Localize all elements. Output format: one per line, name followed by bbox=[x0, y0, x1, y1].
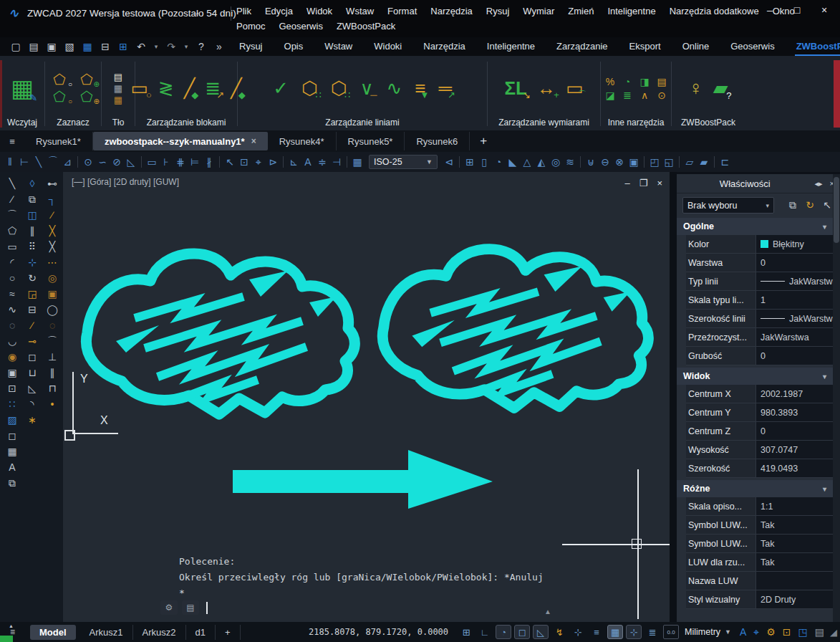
tool-icon[interactable]: ◌ bbox=[4, 320, 21, 331]
ribbon-tool-icon[interactable]: % bbox=[603, 77, 618, 87]
resize-grip-icon[interactable]: ◢ bbox=[830, 627, 837, 638]
toolbar-icon[interactable]: ⊾ bbox=[286, 156, 301, 168]
qat-icon[interactable]: ⊞ bbox=[117, 41, 129, 52]
property-value[interactable]: Tak bbox=[755, 535, 833, 552]
toolbar-icon[interactable]: ◣ bbox=[506, 156, 520, 168]
toolbar-icon[interactable] bbox=[580, 156, 581, 168]
layout-tab[interactable]: Model bbox=[30, 625, 76, 640]
status-toggle[interactable]: ▦ bbox=[607, 625, 623, 639]
property-value[interactable]: 2D Druty bbox=[755, 590, 833, 608]
toolbar-icon[interactable]: ⊣ bbox=[329, 156, 344, 168]
tool-icon[interactable]: ◫ bbox=[24, 209, 41, 221]
ribbon-tool-icon[interactable]: ♀ bbox=[688, 79, 703, 98]
menu-item[interactable]: Edycja bbox=[265, 6, 293, 16]
tool-icon[interactable]: • bbox=[44, 398, 61, 410]
tool-icon[interactable]: ⧉ bbox=[24, 193, 41, 205]
toolbar-icon[interactable]: ▭ bbox=[145, 156, 159, 168]
property-value[interactable]: 0 bbox=[755, 422, 833, 440]
tool-icon[interactable]: ⊡ bbox=[4, 383, 21, 394]
property-value[interactable]: 0 bbox=[755, 347, 833, 365]
status-toggle[interactable]: ◔ bbox=[496, 625, 511, 639]
toolbar-icon[interactable] bbox=[141, 156, 142, 168]
ribbon-tab[interactable]: Zarządzanie bbox=[555, 37, 609, 56]
section-header-rozne[interactable]: Różne ▾ bbox=[677, 480, 833, 497]
property-value[interactable]: 419.0493 bbox=[755, 459, 833, 477]
ribbon-tool-icon[interactable]: ⬠⊕ bbox=[76, 90, 97, 104]
menu-item[interactable]: Widok bbox=[306, 6, 332, 16]
toolbar-icon[interactable]: A bbox=[301, 156, 315, 168]
menu-item[interactable]: Plik bbox=[236, 6, 251, 16]
toolbar-icon[interactable]: ⊗ bbox=[612, 156, 627, 168]
tool-icon[interactable]: ∕ bbox=[4, 193, 21, 205]
ribbon-tab[interactable]: Wstaw bbox=[323, 37, 354, 56]
tool-icon[interactable]: ◻ bbox=[4, 430, 21, 441]
toolbar-icon[interactable]: ⊙ bbox=[81, 156, 95, 168]
toolbar-icon[interactable]: ≑ bbox=[315, 156, 329, 168]
ribbon-tool-icon[interactable]: ≷ bbox=[158, 79, 174, 97]
qat-icon[interactable]: » bbox=[213, 41, 225, 52]
ribbon-tool-icon[interactable]: ↔+ bbox=[537, 79, 556, 97]
tool-icon[interactable]: A bbox=[4, 461, 21, 473]
toolbar-icon[interactable]: ⌖ bbox=[251, 156, 266, 168]
tool-icon[interactable]: ◌ bbox=[44, 320, 61, 331]
property-value[interactable]: 2002.1987 bbox=[755, 385, 833, 403]
property-value[interactable]: Błękitny bbox=[755, 235, 833, 253]
property-row[interactable]: Styl wizualny 2D Druty bbox=[686, 590, 833, 609]
minimize-button[interactable]: – bbox=[764, 4, 776, 16]
tool-icon[interactable]: ▨ bbox=[4, 414, 21, 426]
toolbar-icon[interactable]: △ bbox=[520, 156, 534, 168]
ribbon-tool-icon[interactable]: ≡▼ bbox=[415, 79, 425, 97]
document-tab[interactable]: Rysunek1* bbox=[24, 132, 93, 150]
toolbar-icon[interactable]: ◺ bbox=[124, 156, 138, 168]
menu-item[interactable]: Inteligentne bbox=[607, 6, 655, 16]
toolbar-icon[interactable]: ⊳ bbox=[266, 156, 280, 168]
tool-icon[interactable]: ⌒ bbox=[4, 209, 21, 221]
property-row[interactable]: Symbol LUW... Tak bbox=[686, 516, 833, 535]
qat-icon[interactable]: ? bbox=[195, 41, 207, 52]
property-row[interactable]: Centrum Y 980.3893 bbox=[686, 403, 833, 422]
tool-icon[interactable]: ◲ bbox=[24, 288, 41, 300]
ribbon-tool-icon[interactable]: ╱◆ bbox=[231, 79, 242, 97]
tool-icon[interactable]: ⧉ bbox=[4, 477, 21, 489]
menu-item[interactable]: Narzędzia dodatkowe bbox=[670, 6, 759, 16]
new-tab-button[interactable]: + bbox=[480, 134, 487, 148]
toolbar-icon[interactable]: ⊿ bbox=[60, 156, 74, 168]
ribbon-tool-icon[interactable]: ⬡∷ bbox=[331, 79, 347, 97]
tool-icon[interactable]: ≈ bbox=[4, 288, 21, 300]
ribbon-tool-icon[interactable]: ◔ bbox=[620, 77, 635, 87]
property-row[interactable]: Skala typu li... 1 bbox=[686, 291, 833, 310]
ribbon-tool-icon[interactable]: ∧ bbox=[637, 90, 652, 100]
toolbar-icon[interactable]: ⊨ bbox=[188, 156, 202, 168]
layout-tab[interactable]: d1 bbox=[186, 625, 216, 640]
property-row[interactable]: Symbol LUW... Tak bbox=[686, 535, 833, 553]
qat-icon[interactable]: ▧ bbox=[64, 41, 75, 52]
qat-icon[interactable]: ↶ bbox=[135, 41, 147, 52]
status-toggle[interactable]: ↯ bbox=[551, 625, 567, 639]
status-icon[interactable]: ▤ bbox=[815, 626, 824, 638]
tool-icon[interactable]: ╳ bbox=[44, 225, 61, 236]
toolbar-icon[interactable] bbox=[644, 156, 645, 168]
selection-dropdown[interactable]: Brak wyboru ▾ bbox=[682, 197, 774, 214]
tool-icon[interactable]: ⌒ bbox=[44, 335, 61, 347]
menu-item[interactable]: Geoserwis bbox=[279, 21, 322, 32]
property-value[interactable]: JakWarstwa bbox=[755, 328, 833, 346]
command-window-button[interactable]: ▤ bbox=[182, 600, 199, 615]
status-icon[interactable]: ⚙ bbox=[766, 626, 776, 638]
toolbar-icon[interactable]: ◎ bbox=[549, 156, 563, 168]
document-tab[interactable]: zwboostpack--szyk-manualny1* × bbox=[93, 132, 268, 150]
status-toggle[interactable]: ◻ bbox=[514, 625, 530, 639]
toolbar-icon[interactable]: ⋕ bbox=[173, 156, 188, 168]
ribbon-tool-icon[interactable]: ⬠○ bbox=[49, 72, 70, 87]
tool-icon[interactable]: ∥ bbox=[44, 367, 61, 378]
tool-icon[interactable]: ⊷ bbox=[44, 178, 61, 189]
drawing-canvas[interactable]: [—] [Góra] [2D druty] [GUW] – ❐ × bbox=[63, 172, 670, 622]
tool-icon[interactable]: ┐ bbox=[44, 193, 61, 205]
tab-list-menu-icon[interactable]: ≡ bbox=[0, 136, 24, 147]
ribbon-tool-icon[interactable]: ∿ bbox=[386, 79, 402, 97]
toolbar-icon[interactable] bbox=[714, 156, 715, 168]
tool-icon[interactable]: ◡ bbox=[4, 335, 21, 347]
menu-item[interactable]: Wstaw bbox=[346, 6, 374, 16]
status-toggle[interactable]: ⊞ bbox=[458, 625, 474, 639]
tool-icon[interactable]: ◎ bbox=[44, 272, 61, 284]
property-value[interactable]: 0 bbox=[755, 254, 833, 272]
